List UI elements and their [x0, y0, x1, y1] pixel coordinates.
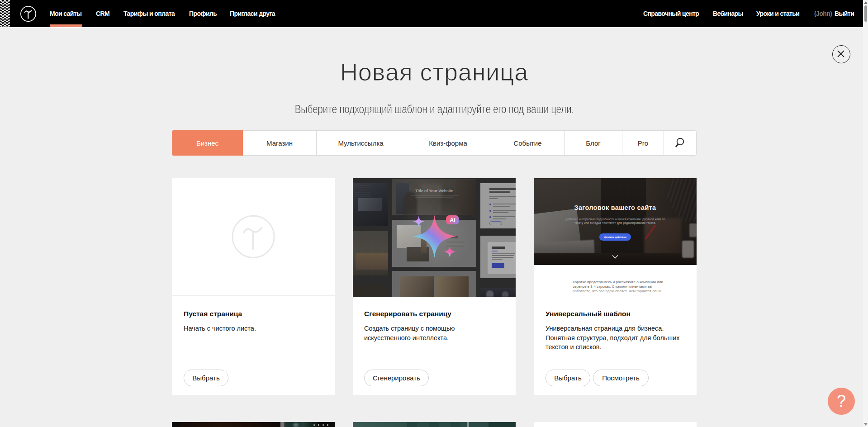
svg-text:AI: AI — [450, 217, 455, 223]
